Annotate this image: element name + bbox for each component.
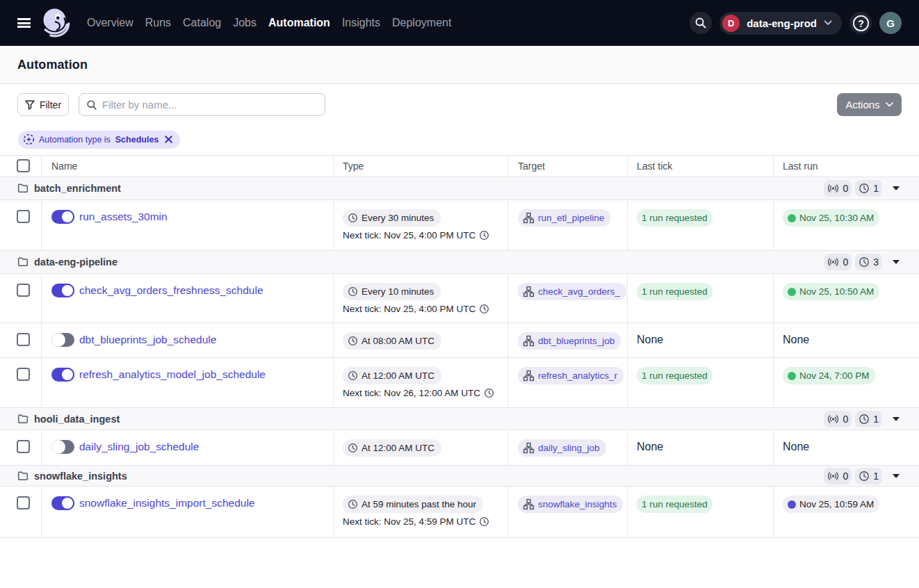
svg-text:?: ? (858, 17, 864, 28)
